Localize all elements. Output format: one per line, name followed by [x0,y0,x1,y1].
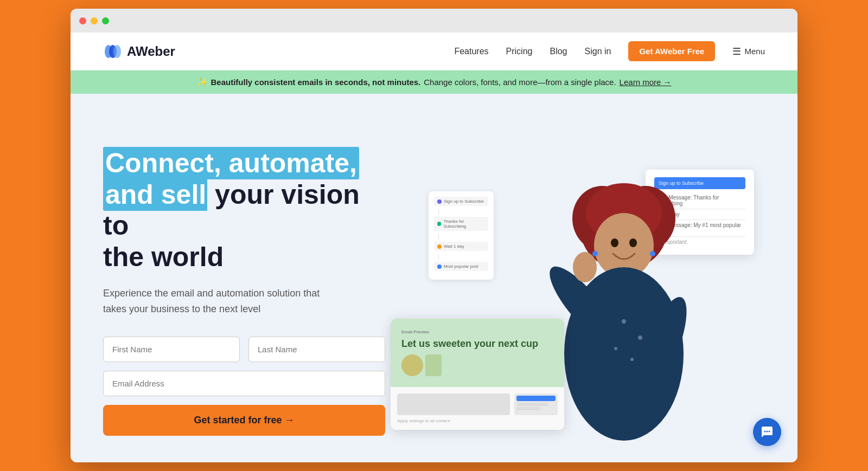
automation-row-2: Thanks for Subscribing [434,217,488,231]
automation-ui-card: Sign up to Subscribe Thanks for Subscrib… [429,191,494,280]
menu-label: Menu [744,47,765,56]
tea-circle [401,354,423,376]
svg-point-25 [769,431,770,433]
svg-point-11 [622,319,626,324]
hamburger-icon: ☰ [732,46,741,57]
automation-connector-2 [438,234,439,240]
automation-label-2: Thanks for Subscribing [443,219,485,229]
svg-point-23 [764,431,766,433]
heading-highlight-2: and sell [103,178,207,211]
drag-col-2 [514,393,558,415]
hero-subtext: Experience the email and automation solu… [103,286,342,317]
nav-features[interactable]: Features [454,47,488,56]
announcement-banner: ✨ Beautifully consistent emails in secon… [71,70,797,94]
logo-area[interactable]: AWeber [103,42,175,61]
chat-button[interactable] [753,418,781,446]
email-preview-label: Email Preview [401,330,553,335]
automation-connector-3 [438,254,439,260]
gray-bar-1 [516,403,548,406]
nav-blog[interactable]: Blog [550,47,567,56]
svg-point-2 [113,45,121,58]
minimize-button[interactable] [91,17,98,24]
heading-highlight-1: Connect, automate, [103,147,359,179]
svg-point-12 [638,335,642,340]
automation-dot-1 [437,199,442,204]
blue-bar [516,396,556,401]
chat-icon [761,425,774,438]
automation-dot-4 [437,264,442,269]
navbar: AWeber Features Pricing Blog Sign in Get… [71,33,797,70]
automation-dot-3 [437,244,442,249]
gray-bar-2 [516,407,540,410]
svg-point-21 [592,251,598,256]
automation-label-4: Most popular post [444,264,478,269]
svg-point-14 [630,358,634,361]
drag-col-1 [397,393,510,415]
banner-learn-more-link[interactable]: Learn more → [620,78,672,87]
automation-label-3: Wait 1 day [444,244,464,249]
herb-shape [425,354,442,376]
drag-columns-row [397,393,558,415]
nav-pricing[interactable]: Pricing [506,47,533,56]
svg-point-22 [650,251,655,256]
automation-row-1: Sign up to Subscribe [434,197,488,206]
menu-button[interactable]: ☰ Menu [732,46,765,57]
maximize-button[interactable] [102,17,109,24]
svg-rect-18 [582,252,588,271]
last-name-input[interactable] [248,337,385,362]
get-aweber-free-button[interactable]: Get AWeber Free [628,41,715,61]
automation-row-4: Most popular post [434,262,488,271]
automation-dot-2 [437,222,441,226]
email-preview-header: Email Preview Let us sweeten your next c… [391,319,564,387]
hero-right: Sign up to Subscribe Thanks for Subscrib… [385,126,765,462]
automation-label-1: Sign up to Subscribe [444,199,484,204]
tea-decoration [401,354,553,376]
svg-point-20 [629,238,637,247]
email-preview-card: Email Preview Let us sweeten your next c… [391,319,564,430]
banner-emoji: ✨ [197,77,208,87]
email-input[interactable] [103,371,385,396]
get-started-button[interactable]: Get started for free → [103,405,385,436]
hero-section: Connect, automate, and sell your vision … [71,94,797,462]
browser-window: AWeber Features Pricing Blog Sign in Get… [71,9,797,462]
banner-bold-text: Beautifully consistent emails in seconds… [211,78,421,87]
nav-signin[interactable]: Sign in [585,47,611,56]
automation-row-3: Wait 1 day [434,242,488,251]
browser-chrome [71,9,797,33]
svg-point-19 [611,238,618,247]
hero-left: Connect, automate, and sell your vision … [103,126,385,462]
svg-point-13 [614,347,617,350]
close-button[interactable] [79,17,86,24]
logo-text: AWeber [127,44,175,59]
nav-links: Features Pricing Blog Sign in Get AWeber… [454,41,765,61]
first-name-input[interactable] [103,337,240,362]
hero-heading: Connect, automate, and sell your vision … [103,148,385,273]
automation-connector-1 [438,209,439,215]
svg-point-24 [767,431,768,433]
name-form-row [103,337,385,362]
email-preview-body: Apply settings to all content [391,387,564,430]
heading-plain-2: the world [103,242,224,272]
banner-normal-text: Change colors, fonts, and more—from a si… [424,78,616,87]
email-card-text: Let us sweeten your next cup [401,338,553,350]
email-body-footer: Apply settings to all content [397,418,558,423]
